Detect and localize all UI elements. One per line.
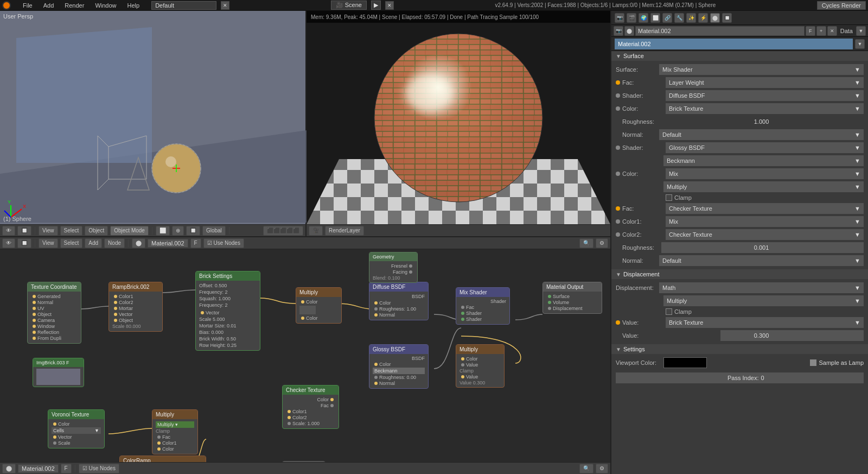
node-view-btn[interactable]: 👁: [2, 238, 15, 248]
prop-icon-object[interactable]: ⬜: [650, 13, 660, 23]
node-material-name[interactable]: Material.002: [148, 239, 188, 248]
node-voronoi[interactable]: Voronoi Texture Color Cells▼ Vector Scal…: [48, 409, 105, 448]
object-mode-btn[interactable]: Object Mode: [110, 226, 149, 236]
surface-value-dropdown[interactable]: Mix Shader▼: [659, 64, 864, 75]
node-multiply-3[interactable]: Multiply Multiply ▾ Clamp Fac Color1 Col…: [152, 409, 198, 454]
node-texture-coord[interactable]: Texture Coordinate Generated Normal UV O…: [27, 282, 81, 344]
color4-value-dropdown[interactable]: Checker Texture▼: [666, 229, 864, 240]
layer-btn[interactable]: ⬛⬛⬛⬛⬛: [263, 226, 303, 236]
mat-slot-down[interactable]: ▼: [855, 39, 865, 49]
menu-help[interactable]: Help: [124, 2, 143, 9]
color1-value-dropdown[interactable]: Brick Texture▼: [666, 103, 864, 114]
snap-btn[interactable]: 🔲: [186, 226, 200, 236]
prop-icon-constraints[interactable]: 🔗: [662, 13, 672, 23]
prop-icon-texture[interactable]: 🔲: [722, 13, 732, 23]
prop-icon-physics[interactable]: ⚡: [698, 13, 708, 23]
mat-icon-plus[interactable]: +: [816, 26, 826, 36]
node-node-menu[interactable]: Node: [104, 238, 125, 248]
viewport-3d[interactable]: User Persp: [0, 11, 307, 236]
node-ramp-brick[interactable]: RampBrick.002 Color1 Color2 Mortar Vecto…: [108, 282, 163, 332]
node-material-f[interactable]: F: [190, 238, 201, 248]
node-checker-tex[interactable]: Checker Texture Color Fac Color1 Color2 …: [282, 385, 339, 429]
viewport-perspective-btn[interactable]: 🔲: [17, 226, 31, 236]
render-channels-btn[interactable]: RenderLayer: [325, 226, 364, 236]
pivot-btn[interactable]: ⊕: [172, 226, 184, 236]
node-bottom-f[interactable]: F: [61, 464, 72, 473]
clamp-checkbox[interactable]: [666, 194, 672, 201]
node-use-nodes-btn[interactable]: ☑ Use Nodes: [79, 464, 119, 473]
node-bottom-btn1[interactable]: ⬤: [2, 464, 16, 473]
node-mix-shader[interactable]: Mix Shader Shader Fac Shader Shader: [456, 287, 510, 325]
color3-value-dropdown[interactable]: Mix▼: [666, 216, 864, 227]
mat-icon-sphere[interactable]: ⬤: [624, 26, 634, 36]
mat-icon-f[interactable]: F: [806, 26, 815, 36]
mat-icon-camera[interactable]: 📷: [614, 26, 623, 36]
distribution-dropdown[interactable]: Beckmann▼: [663, 155, 864, 166]
node-perspective-btn[interactable]: 🔲: [17, 238, 31, 248]
beckmann-label[interactable]: Beckmann: [373, 368, 425, 374]
prop-icon-world[interactable]: 🌍: [639, 13, 648, 23]
node-zoom-in[interactable]: 🔍: [579, 464, 593, 473]
node-material-output[interactable]: Material Output Surface Volume Displacem…: [542, 282, 602, 314]
disp-multiply-dropdown[interactable]: Multiply▼: [663, 295, 864, 306]
shader1-value-dropdown[interactable]: Diffuse BSDF▼: [666, 90, 864, 101]
displacement-value-dropdown[interactable]: Math▼: [659, 282, 864, 293]
color2-value-dropdown[interactable]: Mix▼: [666, 168, 864, 179]
sample-as-lamp-cb[interactable]: [810, 359, 816, 366]
menu-add[interactable]: Add: [40, 2, 58, 9]
node-material-sphere[interactable]: ⬤: [132, 238, 145, 248]
displacement-section-header[interactable]: ▼ Displacement: [611, 269, 868, 279]
roughness1-slider[interactable]: 1.000: [659, 116, 864, 127]
mat-name-field[interactable]: Material.002: [635, 26, 805, 36]
node-settings-bottom[interactable]: ⚙: [596, 464, 608, 473]
value-num-slider[interactable]: 0.300: [659, 330, 864, 341]
node-bottom-material[interactable]: Material.002: [18, 464, 59, 473]
viewport-render[interactable]: Mem: 9.36M, Peak: 45.04M | Scene | Elaps…: [307, 11, 610, 236]
node-imgbrick[interactable]: ImgBrick.003 F: [33, 358, 84, 387]
normal1-value-dropdown[interactable]: Default▼: [659, 129, 864, 140]
node-geometry[interactable]: Geometry Fresnel Facing Blend: 0.100: [369, 252, 418, 283]
fac2-value-dropdown[interactable]: Checker Texture▼: [666, 203, 864, 214]
node-settings-btn[interactable]: ⚙: [596, 238, 608, 248]
value-input-dropdown[interactable]: Brick Texture▼: [666, 317, 864, 328]
settings-section-header[interactable]: ▼ Settings: [611, 344, 868, 354]
node-editor[interactable]: 👁 🔲 View Select Add Node ⬤ Material.002 …: [0, 236, 610, 474]
multiply-dropdown[interactable]: Multiply▼: [663, 181, 864, 192]
roughness2-slider[interactable]: 0.001: [659, 242, 864, 253]
surface-section-header[interactable]: ▼ Surface: [611, 51, 868, 61]
fac-value-dropdown[interactable]: Layer Weight▼: [666, 77, 864, 88]
node-add-menu[interactable]: Add: [85, 238, 102, 248]
menu-window[interactable]: Window: [92, 2, 119, 9]
node-glossy-bsdf[interactable]: Glossy BSDF BSDF Color Beckmann Roughnes…: [369, 344, 429, 389]
node-canvas[interactable]: Texture Coordinate Generated Normal UV O…: [0, 249, 610, 474]
menu-render[interactable]: Render: [61, 2, 87, 9]
prop-icon-render[interactable]: 📷: [615, 13, 624, 23]
material-name-input[interactable]: [615, 39, 853, 49]
render-view-btn[interactable]: 🎥: [309, 226, 323, 236]
node-use-nodes-cb[interactable]: ☑ Use Nodes: [203, 238, 244, 248]
node-diffuse-bsdf[interactable]: Diffuse BSDF BSDF Color Roughness: 1.00 …: [369, 282, 429, 320]
disp-clamp-cb[interactable]: [666, 308, 672, 315]
prop-icon-scene[interactable]: 🎬: [627, 13, 636, 23]
viewport-mode-btn[interactable]: 👁: [2, 226, 15, 236]
menu-file[interactable]: File: [20, 2, 36, 9]
shading-btn[interactable]: ⬜: [156, 226, 170, 236]
node-multiply-1[interactable]: Multiply Color Color: [296, 287, 342, 324]
prop-icon-material[interactable]: ⬤: [710, 13, 720, 23]
normal2-value-dropdown[interactable]: Default▼: [659, 255, 864, 266]
object-menu-btn[interactable]: Object: [85, 226, 108, 236]
node-brick-settings[interactable]: Brick Settings Offset: 0.500 Frequency: …: [195, 271, 260, 351]
pass-index-value[interactable]: Pass Index: 0: [724, 372, 864, 383]
transform-btn[interactable]: Global: [202, 226, 226, 236]
view-menu-btn[interactable]: View: [39, 226, 58, 236]
select-menu-btn[interactable]: Select: [60, 226, 83, 236]
node-zoom-btn[interactable]: 🔍: [579, 238, 593, 248]
mat-icon-down[interactable]: ▼: [856, 26, 866, 36]
vor-cells-dropdown[interactable]: Cells▼: [52, 427, 101, 434]
viewport-color-swatch[interactable]: [663, 357, 707, 368]
node-view-menu[interactable]: View: [39, 238, 58, 248]
render-engine[interactable]: Cycles Render: [817, 1, 866, 10]
node-multiply-2[interactable]: Multiply Color Value Clamp Value Value 0…: [456, 344, 505, 388]
prop-icon-modifier[interactable]: 🔧: [674, 13, 684, 23]
shader2-value-dropdown[interactable]: Glossy BSDF▼: [666, 142, 864, 153]
